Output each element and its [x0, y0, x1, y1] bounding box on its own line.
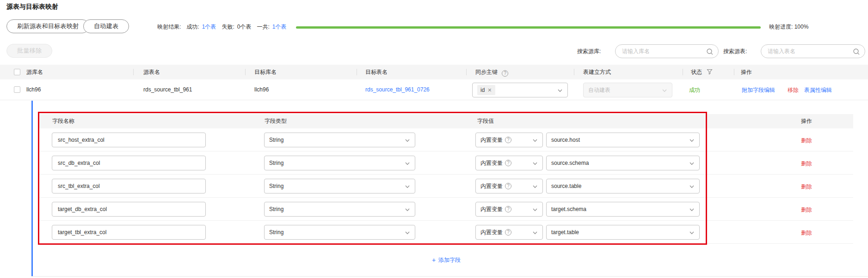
- table-header: 源库名 源表名 目标库名 目标表名 同步主键 ? 表建立方式 状态 操作: [0, 65, 868, 79]
- mapping-result-stats: 映射结果: 成功: 1个表 失败: 0个表 一共: 1个表: [157, 23, 286, 31]
- field-row: String 内置变量 ? source.table 删除: [39, 175, 853, 198]
- select-all-checkbox[interactable]: [14, 69, 20, 75]
- search-db-input[interactable]: 请输入库名: [615, 44, 719, 58]
- search-table-label: 搜索源表:: [723, 44, 747, 58]
- sync-key-tag: id ✕: [477, 85, 495, 95]
- field-row: String 内置变量 ? target.table 删除: [39, 221, 853, 244]
- col-target-db: 目标库名: [254, 65, 277, 79]
- help-icon[interactable]: ?: [505, 229, 511, 236]
- chevron-down-icon: [405, 207, 410, 212]
- field-row: String 内置变量 ? source.schema 删除: [39, 151, 853, 175]
- add-field-row: + 添加字段: [39, 244, 853, 276]
- auto-create-table-button[interactable]: 自动建表: [83, 19, 129, 33]
- field-type-select[interactable]: String: [264, 202, 415, 217]
- chevron-down-icon: [405, 230, 410, 236]
- search-icon[interactable]: [706, 48, 714, 55]
- field-kind-select[interactable]: 内置变量 ?: [475, 156, 543, 170]
- field-value-select[interactable]: source.host: [546, 133, 700, 147]
- mapping-progress-bar: [296, 26, 761, 29]
- success-label: 成功:: [186, 23, 199, 31]
- help-icon[interactable]: ?: [505, 206, 511, 212]
- plus-icon: +: [432, 256, 436, 264]
- delete-field-link[interactable]: 删除: [801, 137, 812, 145]
- search-db-placeholder: 请输入库名: [622, 48, 650, 55]
- fail-count: 0个表: [237, 23, 252, 31]
- remove-link[interactable]: 移除: [788, 86, 799, 94]
- col-target-table: 目标表名: [365, 65, 388, 79]
- delete-field-link[interactable]: 删除: [801, 229, 812, 237]
- field-col-op: 操作: [801, 114, 812, 128]
- chevron-down-icon: [532, 207, 538, 212]
- help-icon[interactable]: ?: [505, 137, 511, 143]
- row-target-table-link[interactable]: rds_source_tbl_961_0726: [365, 86, 430, 93]
- extra-fields-edit-link[interactable]: 附加字段编辑: [742, 86, 775, 94]
- mapping-progress-text: 映射进度: 100%: [769, 23, 808, 31]
- field-col-value: 字段值: [477, 114, 494, 128]
- page: 源表与目标表映射 刷新源表和目标表映射 自动建表 映射结果: 成功: 1个表 失…: [0, 0, 868, 278]
- field-name-input[interactable]: [52, 202, 206, 217]
- col-create-mode: 表建立方式: [583, 65, 611, 79]
- field-name-input[interactable]: [52, 156, 206, 170]
- field-value-select[interactable]: target.table: [546, 225, 700, 240]
- field-kind-select[interactable]: 内置变量 ?: [475, 133, 543, 147]
- field-name-input[interactable]: [52, 133, 206, 147]
- filter-funnel-icon[interactable]: [707, 69, 713, 75]
- chevron-down-icon: [532, 230, 538, 236]
- help-icon[interactable]: ?: [505, 160, 511, 166]
- batch-remove-button[interactable]: 批量移除: [6, 44, 52, 58]
- section-bottom-border: [31, 276, 868, 277]
- remove-tag-icon[interactable]: ✕: [487, 87, 492, 93]
- search-icon[interactable]: [853, 48, 860, 55]
- field-value-select[interactable]: source.table: [546, 179, 700, 193]
- field-type-select[interactable]: String: [264, 179, 415, 193]
- add-field-button[interactable]: + 添加字段: [432, 256, 461, 264]
- chevron-down-icon: [689, 207, 695, 212]
- chevron-down-icon: [689, 161, 695, 166]
- chevron-down-icon: [689, 184, 695, 189]
- col-status: 状态: [691, 65, 713, 79]
- delete-field-link[interactable]: 删除: [801, 183, 812, 191]
- chevron-down-icon: [405, 184, 410, 189]
- help-icon[interactable]: ?: [502, 70, 508, 77]
- field-row: String 内置变量 ? target.schema 删除: [39, 198, 853, 221]
- expanded-row-indicator: [31, 101, 33, 277]
- sync-key-select[interactable]: id ✕: [472, 83, 568, 97]
- chevron-down-icon: [662, 88, 667, 93]
- success-count: 1个表: [202, 23, 216, 31]
- field-value-select[interactable]: source.schema: [546, 156, 700, 170]
- chevron-down-icon: [557, 88, 563, 93]
- field-type-select[interactable]: String: [264, 225, 415, 240]
- progress-value: 100%: [794, 24, 809, 30]
- field-type-select[interactable]: String: [264, 133, 415, 147]
- field-value-select[interactable]: target.schema: [546, 202, 700, 217]
- create-mode-select: 自动建表: [583, 83, 672, 97]
- chevron-down-icon: [532, 184, 538, 189]
- table-props-edit-link[interactable]: 表属性编辑: [804, 86, 832, 94]
- progress-label: 映射进度:: [769, 24, 793, 30]
- help-icon[interactable]: ?: [505, 183, 511, 189]
- field-kind-select[interactable]: 内置变量 ?: [475, 179, 543, 193]
- refresh-mapping-button[interactable]: 刷新源表和目标表映射: [6, 19, 89, 33]
- fail-label: 失败:: [222, 23, 234, 31]
- row-target-db: llch96: [254, 86, 269, 93]
- search-table-placeholder: 请输入表名: [768, 48, 795, 55]
- chevron-down-icon: [405, 138, 410, 143]
- search-table-input[interactable]: 请输入表名: [761, 44, 865, 58]
- status-badge: 成功: [689, 86, 700, 94]
- delete-field-link[interactable]: 删除: [801, 206, 812, 214]
- field-row: String 内置变量 ? source.host 删除: [39, 128, 853, 151]
- chevron-down-icon: [532, 138, 538, 143]
- field-name-input[interactable]: [52, 225, 206, 240]
- mapping-result-label: 映射结果:: [157, 23, 181, 31]
- col-source-table: 源表名: [143, 65, 160, 79]
- field-kind-select[interactable]: 内置变量 ?: [475, 225, 543, 240]
- table-row: llch96 rds_source_tbl_961 llch96 rds_sou…: [0, 79, 868, 100]
- total-label: 一共:: [257, 23, 269, 31]
- delete-field-link[interactable]: 删除: [801, 160, 812, 168]
- search-db-label: 搜索源库:: [577, 44, 601, 58]
- row-checkbox[interactable]: [14, 86, 20, 93]
- chevron-down-icon: [532, 161, 538, 166]
- field-kind-select[interactable]: 内置变量 ?: [475, 202, 543, 217]
- field-name-input[interactable]: [52, 179, 206, 193]
- field-type-select[interactable]: String: [264, 156, 415, 170]
